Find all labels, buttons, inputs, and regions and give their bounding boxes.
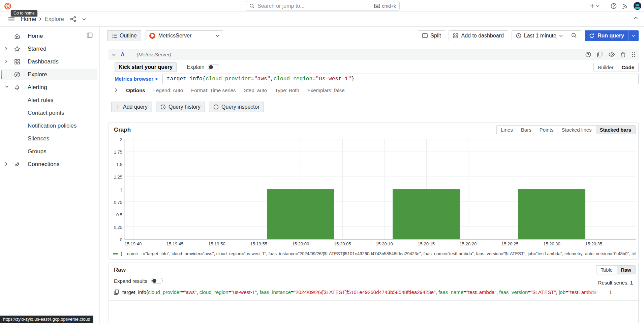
graph-legend[interactable]: {__name__="target_info", cloud_provider=… (113, 251, 636, 256)
query-actions-row: Add query Query history Query inspector (111, 102, 264, 112)
x-tick-label: 15:19:45 (166, 241, 184, 246)
sidebar-item-home[interactable]: Home (2, 31, 97, 42)
graph-panel: Graph Lines Bars Points Stacked lines St… (109, 123, 639, 260)
legend-label[interactable]: {__name__="target_info", cloud_provider=… (121, 251, 636, 256)
news-button[interactable] (622, 3, 628, 9)
sidebar-item-alert-rules[interactable]: Alert rules (2, 95, 97, 106)
share-shortcut-button[interactable] (70, 16, 76, 22)
metrics-browser-link[interactable]: Metrics browser > (115, 76, 158, 82)
help-button[interactable] (611, 3, 617, 9)
collapse-toolbar-button[interactable] (634, 17, 638, 20)
expand-results-toggle[interactable] (151, 278, 163, 284)
y-tick-label: 0.5 (116, 212, 122, 217)
add-query-button[interactable]: Add query (111, 102, 152, 112)
x-tick-label: 15:20:05 (334, 241, 351, 246)
sidebar-item-starred[interactable]: Starred (2, 44, 97, 54)
raw-title: Raw (114, 267, 126, 273)
query-help-button[interactable] (585, 52, 591, 57)
sidebar-item-label: Connections (28, 161, 60, 168)
chevron-right-icon[interactable] (5, 47, 7, 51)
y-tick-label: 1.5 (116, 162, 122, 167)
sidebar-item-label: Home (28, 33, 43, 39)
mode-lines[interactable]: Lines (497, 126, 517, 134)
option-type: Type: Both (275, 87, 299, 93)
remove-query-button[interactable] (621, 52, 626, 57)
grafana-logo-icon[interactable] (4, 2, 11, 10)
code-option[interactable]: Code (618, 63, 639, 72)
dock-menu-button[interactable] (87, 32, 93, 38)
search-input[interactable]: Search or jump to... cmd+k (246, 1, 400, 11)
copy-label-button[interactable] (114, 289, 119, 295)
chevron-right-icon[interactable] (5, 59, 7, 63)
query-datasource-hint: (MetricsServer) (137, 52, 172, 57)
sidebar-item-dashboards[interactable]: Dashboards (2, 56, 97, 67)
query-expression-input[interactable]: target_info{cloud_provider="aws",cloud_r… (162, 74, 639, 84)
bar-segment (267, 189, 334, 239)
graph-title: Graph (114, 127, 131, 133)
sidebar-item-explore[interactable]: Explore (2, 69, 97, 80)
option-format: Format: Time series (191, 87, 236, 93)
search-icon (249, 3, 255, 9)
sidebar-item-alerting[interactable]: Alerting (2, 82, 97, 93)
run-query-button[interactable]: Run query (585, 30, 639, 41)
gridline (125, 164, 636, 164)
raw-option[interactable]: Raw (617, 266, 635, 274)
x-tick-label: 15:20:30 (543, 241, 560, 246)
mode-stacked-bars[interactable]: Stacked bars (596, 126, 635, 134)
add-to-dashboard-button[interactable]: Add to dashboard (449, 30, 508, 41)
query-ref-id: A (121, 52, 125, 58)
mega-menu-button[interactable] (8, 17, 15, 22)
hide-response-button[interactable] (609, 52, 615, 57)
kick-start-button[interactable]: Kick start your query (115, 62, 177, 72)
option-step: Step: auto (244, 87, 267, 93)
run-query-dropdown[interactable] (628, 30, 639, 41)
builder-option[interactable]: Builder (594, 63, 618, 72)
query-editor-row: Metrics browser > target_info{cloud_prov… (115, 74, 639, 84)
sidebar-item-connections[interactable]: Connections (2, 159, 97, 170)
avatar[interactable] (634, 2, 641, 10)
mode-bars[interactable]: Bars (517, 126, 535, 134)
x-tick-label: 15:20:00 (292, 241, 309, 246)
plus-icon (590, 3, 595, 8)
query-history-button[interactable]: Query history (156, 102, 205, 112)
sidebar-item-notification-policies[interactable]: Notification policies (2, 120, 97, 131)
plot-area[interactable]: 15:19:4015:19:4515:19:5015:19:5515:20:00… (124, 139, 636, 240)
chevron-down-icon (216, 34, 219, 37)
new-menu-button[interactable] (590, 3, 600, 8)
table-option[interactable]: Table (596, 266, 617, 274)
breadcrumb-current: Explore (44, 16, 64, 23)
explain-toggle[interactable] (208, 64, 219, 70)
breadcrumb-more-button[interactable] (82, 18, 86, 21)
drag-handle-icon (632, 52, 635, 57)
copy-icon (597, 52, 603, 57)
query-options-row[interactable]: Options Legend: Auto Format: Time series… (115, 86, 345, 94)
sidebar-item-contact-points[interactable]: Contact points (2, 108, 97, 118)
rss-icon (622, 3, 628, 9)
datasource-picker[interactable]: MetricsServer (146, 30, 223, 41)
split-button[interactable]: Split (418, 30, 445, 41)
chevron-down-icon (632, 34, 636, 37)
time-range-picker[interactable]: Last 1 minute (512, 30, 567, 41)
options-title[interactable]: Options (126, 87, 145, 93)
chevron-down-icon[interactable] (5, 85, 9, 88)
duplicate-query-button[interactable] (597, 52, 603, 57)
outline-button[interactable]: Outline (107, 30, 141, 41)
y-tick-label: 1.25 (114, 174, 122, 180)
gridline (125, 139, 636, 139)
query-inspector-button[interactable]: Query inspector (209, 102, 264, 112)
chevron-right-icon[interactable] (5, 162, 7, 166)
sidebar-item-groups[interactable]: Groups (2, 146, 97, 157)
apps-icon (453, 33, 458, 38)
plus-icon (116, 105, 120, 109)
breadcrumb-home[interactable]: Home (21, 16, 36, 23)
explore-toolbar: Outline MetricsServer Split Add to dashb… (107, 30, 639, 41)
mode-points[interactable]: Points (535, 126, 558, 134)
mode-stacked-lines[interactable]: Stacked lines (557, 126, 595, 134)
zoom-out-button[interactable] (567, 30, 581, 41)
sidebar-item-label: Groups (28, 148, 47, 155)
sidebar-item-silences[interactable]: Silences (2, 133, 97, 144)
x-tick-label: 15:19:40 (125, 241, 142, 246)
query-row-header[interactable]: A (MetricsServer) (109, 49, 639, 60)
drag-handle[interactable] (632, 52, 635, 57)
raw-series-label[interactable]: target_info{cloud_provider="aws", cloud_… (122, 289, 604, 295)
